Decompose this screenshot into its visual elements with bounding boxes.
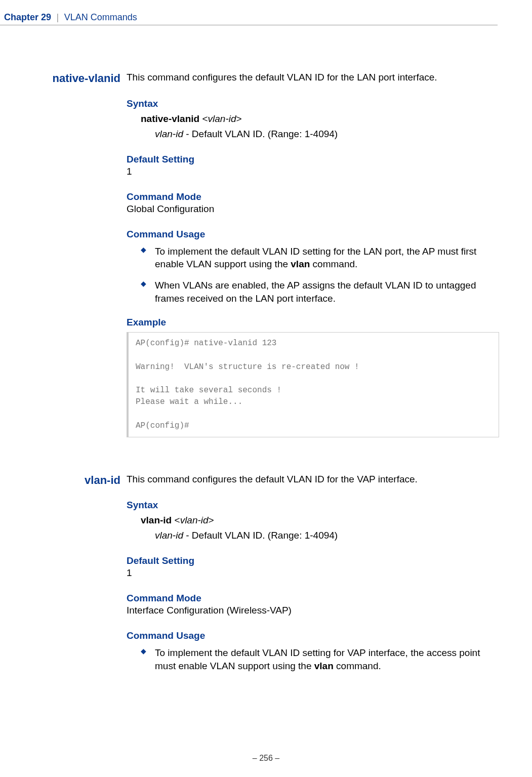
command-body: This command configures the default VLAN… [120,71,499,437]
command-vlan-id: vlan-id This command configures the defa… [51,473,499,685]
param-desc: - Default VLAN ID. (Range: 1-4094) [183,530,338,541]
syntax-line: vlan-id <vlan-id> [141,515,499,526]
page-header: Chapter 29 | VLAN Commands [0,12,498,25]
command-body: This command configures the default VLAN… [120,473,499,685]
mode-value: Interface Configuration (Wireless-VAP) [127,605,499,616]
syntax-command: native-vlanid [141,113,199,124]
mode-heading: Command Mode [127,593,499,604]
param-line: vlan-id - Default VLAN ID. (Range: 1-409… [155,129,499,140]
usage-list: To implement the default VLAN ID setting… [127,245,499,305]
chapter-title: VLAN Commands [64,12,137,22]
default-heading: Default Setting [127,555,499,566]
page-content: native-vlanid This command configures th… [0,25,532,685]
syntax-arg: vlan-id [180,515,209,525]
chapter-label: Chapter 29 [4,12,51,22]
usage-item: To implement the default VLAN ID setting… [141,646,499,672]
syntax-arg: vlan-id [208,113,236,124]
command-intro: This command configures the default VLAN… [127,473,499,486]
syntax-bracket-close: > [209,515,214,525]
default-value: 1 [127,166,499,177]
syntax-heading: Syntax [127,500,499,511]
param-name: vlan-id [155,530,183,541]
mode-value: Global Configuration [127,203,499,215]
default-heading: Default Setting [127,154,499,165]
page-footer: – 256 – [0,754,532,763]
usage-text-bold: vlan [314,661,334,671]
command-intro: This command configures the default VLAN… [127,71,499,84]
example-heading: Example [127,317,499,328]
mode-heading: Command Mode [127,191,499,202]
syntax-bracket-open: < [202,113,208,124]
default-value: 1 [127,567,499,579]
syntax-bracket-open: < [175,515,180,525]
command-native-vlanid: native-vlanid This command configures th… [51,71,499,437]
syntax-line: native-vlanid <vlan-id> [141,113,499,125]
syntax-command: vlan-id [141,515,172,525]
syntax-bracket-close: > [236,113,242,124]
usage-text-pre: When VLANs are enabled, the AP assigns t… [155,280,476,304]
example-code: AP(config)# native-vlanid 123 Warning! V… [127,332,499,437]
usage-text-post: command. [334,661,381,671]
usage-heading: Command Usage [127,630,499,641]
usage-item: To implement the default VLAN ID setting… [141,245,499,271]
param-desc: - Default VLAN ID. (Range: 1-4094) [183,129,338,139]
param-line: vlan-id - Default VLAN ID. (Range: 1-409… [155,530,499,541]
usage-item: When VLANs are enabled, the AP assigns t… [141,279,499,305]
usage-text-bold: vlan [291,259,310,269]
chapter-separator: | [57,12,59,22]
command-name: vlan-id [51,473,120,487]
usage-list: To implement the default VLAN ID setting… [127,646,499,672]
command-name: native-vlanid [51,71,120,85]
usage-heading: Command Usage [127,229,499,240]
param-name: vlan-id [155,129,183,139]
syntax-heading: Syntax [127,98,499,109]
usage-text-post: command. [310,259,357,269]
